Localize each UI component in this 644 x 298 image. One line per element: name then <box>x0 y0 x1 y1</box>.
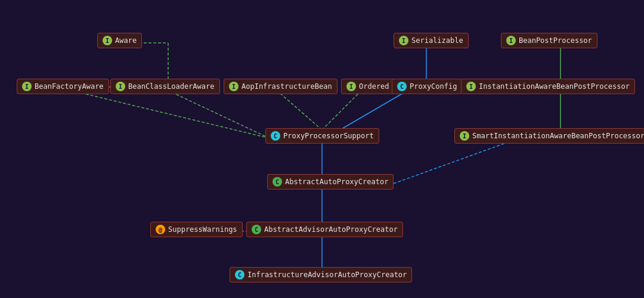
svg-line-15 <box>340 88 411 130</box>
label-smartinstantiationawarebeanpostprocessor: SmartInstantiationAwareBeanPostProcessor <box>472 132 644 140</box>
label-instantiationawarebeanpostprocessor: InstantiationAwareBeanPostProcessor <box>479 82 630 91</box>
label-beanpostprocessor: BeanPostProcessor <box>519 36 592 45</box>
label-abstractadvisorautoproxycreator: AbstractAdvisorAutoProxyCreator <box>264 225 398 234</box>
node-proxyprocessorsupport[interactable]: C ProxyProcessorSupport <box>265 128 379 144</box>
svg-line-17 <box>72 91 270 138</box>
label-ordered: Ordered <box>359 82 389 91</box>
node-beanclassloaderaware[interactable]: I BeanClassLoaderAware <box>110 79 220 94</box>
label-aopinfrastructurebean: AopInfrastructureBean <box>242 82 332 91</box>
node-ordered[interactable]: I Ordered <box>341 79 395 94</box>
label-suppresswarnings: SuppressWarnings <box>168 225 237 234</box>
badge-suppresswarnings: @ <box>156 225 165 234</box>
badge-beanfactoryaware: I <box>22 82 32 91</box>
badge-proxyprocessorsupport: C <box>271 131 280 141</box>
badge-aware: I <box>103 36 112 45</box>
badge-serializable: I <box>399 36 408 45</box>
label-beanclassloaderaware: BeanClassLoaderAware <box>128 82 215 91</box>
node-abstractadvisorautoproxycreator[interactable]: C AbstractAdvisorAutoProxyCreator <box>246 222 403 237</box>
badge-aopinfrastructurebean: I <box>229 82 239 91</box>
badge-beanpostprocessor: I <box>506 36 516 45</box>
label-aware: Aware <box>115 36 137 45</box>
node-suppresswarnings[interactable]: @ SuppressWarnings <box>150 222 243 237</box>
node-aware[interactable]: I Aware <box>97 33 142 48</box>
label-serializable: Serializable <box>411 36 463 45</box>
badge-abstractautoproxycreator: C <box>273 177 282 187</box>
badge-instantiationawarebeanpostprocessor: I <box>466 82 476 91</box>
node-beanpostprocessor[interactable]: I BeanPostProcessor <box>501 33 597 48</box>
badge-ordered: I <box>346 82 356 91</box>
svg-line-19 <box>168 91 270 138</box>
svg-line-11 <box>274 88 322 130</box>
badge-proxyconfig: C <box>397 82 407 91</box>
label-proxyconfig: ProxyConfig <box>410 82 457 91</box>
badge-abstractadvisorautoproxycreator: C <box>252 225 261 234</box>
label-proxyprocessorsupport: ProxyProcessorSupport <box>283 132 374 140</box>
label-infrastructureadvisorautoproxycreator: InfrastructureAdvisorAutoProxyCreator <box>247 271 407 279</box>
node-beanfactoryaware[interactable]: I BeanFactoryAware <box>17 79 109 94</box>
badge-beanclassloaderaware: I <box>116 82 125 91</box>
node-instantiationawarebeanpostprocessor[interactable]: I InstantiationAwareBeanPostProcessor <box>461 79 635 94</box>
badge-infrastructureadvisorautoproxycreator: C <box>235 270 244 280</box>
label-abstractautoproxycreator: AbstractAutoProxyCreator <box>285 178 388 186</box>
label-beanfactoryaware: BeanFactoryAware <box>35 82 104 91</box>
node-proxyconfig[interactable]: C ProxyConfig <box>392 79 462 94</box>
class-diagram: I Aware I Serializable I BeanPostProcess… <box>0 0 644 298</box>
svg-line-23 <box>394 138 519 184</box>
svg-line-13 <box>322 88 364 130</box>
badge-smartinstantiationawarebeanpostprocessor: I <box>460 131 469 141</box>
node-serializable[interactable]: I Serializable <box>394 33 469 48</box>
node-infrastructureadvisorautoproxycreator[interactable]: C InfrastructureAdvisorAutoProxyCreator <box>230 267 412 283</box>
node-smartinstantiationawarebeanpostprocessor[interactable]: I SmartInstantiationAwareBeanPostProcess… <box>454 128 644 144</box>
node-abstractautoproxycreator[interactable]: C AbstractAutoProxyCreator <box>267 174 394 190</box>
node-aopinfrastructurebean[interactable]: I AopInfrastructureBean <box>224 79 338 94</box>
